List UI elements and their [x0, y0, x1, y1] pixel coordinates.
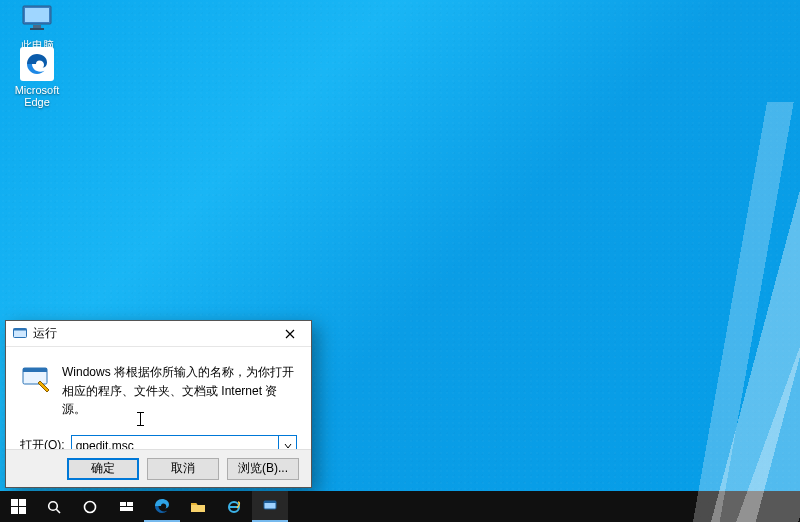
- ie-icon: [226, 499, 242, 515]
- windows-logo-icon: [11, 499, 26, 514]
- svg-point-8: [49, 501, 58, 510]
- this-pc-icon: [20, 1, 54, 35]
- svg-rect-3: [30, 28, 44, 30]
- run-dialog-icon: [12, 326, 28, 342]
- taskbar-app-edge[interactable]: [144, 491, 180, 522]
- svg-rect-7: [23, 368, 47, 372]
- edge-icon: [154, 498, 170, 514]
- search-button[interactable]: [36, 491, 72, 522]
- folder-icon: [190, 499, 206, 515]
- run-command-icon: [20, 363, 52, 395]
- text-caret: [140, 412, 141, 426]
- svg-rect-2: [33, 25, 41, 28]
- titlebar[interactable]: 运行: [6, 321, 311, 347]
- browse-button[interactable]: 浏览(B)...: [227, 458, 299, 480]
- start-button[interactable]: [0, 491, 36, 522]
- desktop[interactable]: 此电脑 Microsoft Edge 运行 Windows 将根据你所输入的名称…: [0, 0, 800, 522]
- desktop-icon-label: Microsoft Edge: [7, 84, 67, 108]
- cortana-button[interactable]: [72, 491, 108, 522]
- taskbar-app-ie[interactable]: [216, 491, 252, 522]
- close-button[interactable]: [271, 322, 309, 346]
- close-icon: [285, 329, 295, 339]
- svg-line-9: [56, 509, 60, 513]
- cortana-icon: [82, 499, 98, 515]
- run-dialog-icon: [262, 498, 278, 514]
- svg-rect-13: [264, 501, 276, 503]
- svg-rect-5: [14, 328, 27, 330]
- cancel-button[interactable]: 取消: [147, 458, 219, 480]
- task-view-button[interactable]: [108, 491, 144, 522]
- run-dialog: 运行 Windows 将根据你所输入的名称，为你打开相应的程序、文件夹、文档或 …: [5, 320, 312, 488]
- taskbar-app-file-explorer[interactable]: [180, 491, 216, 522]
- desktop-icon-this-pc[interactable]: 此电脑: [7, 1, 67, 53]
- dialog-button-row: 确定 取消 浏览(B)...: [6, 449, 311, 487]
- search-icon: [46, 499, 62, 515]
- svg-rect-1: [25, 8, 49, 22]
- dialog-title: 运行: [33, 325, 271, 342]
- ok-button[interactable]: 确定: [67, 458, 139, 480]
- desktop-icon-edge[interactable]: Microsoft Edge: [7, 47, 67, 108]
- task-view-icon: [120, 502, 133, 511]
- taskbar[interactable]: [0, 491, 800, 522]
- svg-point-10: [85, 501, 96, 512]
- taskbar-app-run[interactable]: [252, 491, 288, 522]
- edge-icon: [20, 47, 54, 81]
- run-description: Windows 将根据你所输入的名称，为你打开相应的程序、文件夹、文档或 Int…: [62, 363, 297, 419]
